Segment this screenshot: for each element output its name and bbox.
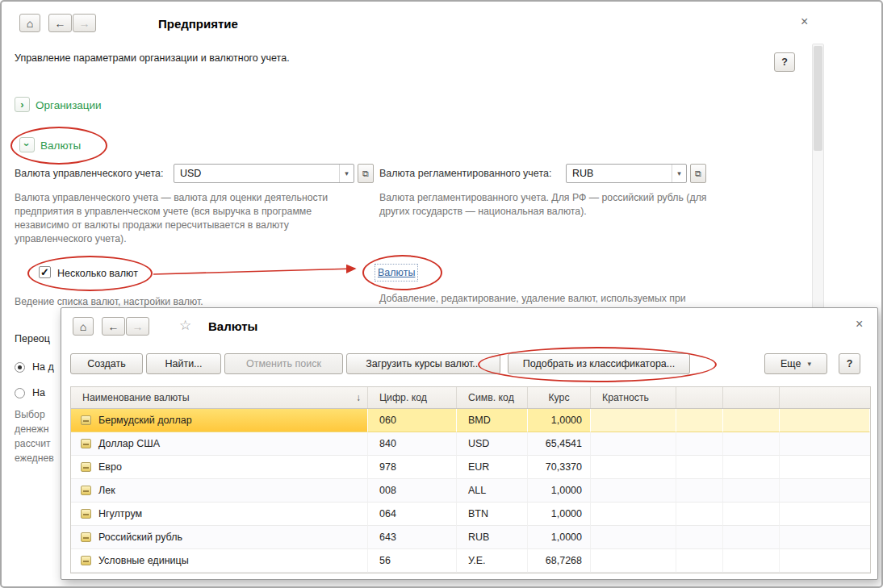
favorite-star-icon[interactable]: ☆ (179, 317, 191, 334)
table-row[interactable]: Доллар США 840 USD 65,4541 (71, 432, 870, 456)
choose-icon: ⧉ (362, 169, 369, 179)
currency-sym-code: USD (457, 432, 528, 456)
section-currencies[interactable]: Валюты (40, 140, 81, 152)
currency-icon (81, 556, 91, 565)
help-button[interactable]: ? (774, 52, 795, 72)
currency-num-code: 064 (368, 503, 457, 526)
empty-cell (780, 432, 870, 456)
organizations-expander[interactable]: › (15, 97, 30, 112)
find-button[interactable]: Найти... (146, 353, 221, 374)
cancel-search-button[interactable]: Отменить поиск (224, 353, 343, 374)
app-window: ⌂ ← → Предприятие × Управление параметра… (0, 0, 883, 588)
currencies-link[interactable]: Валюты (378, 267, 415, 278)
empty-cell (723, 456, 780, 479)
page-title: Предприятие (158, 17, 238, 31)
multi-currency-label: Несколько валют (57, 268, 138, 279)
currency-multiplicity (591, 503, 676, 526)
regulated-currency-choose-button[interactable]: ⧉ (690, 164, 706, 183)
radio-option-1[interactable] (15, 362, 25, 373)
empty-cell (676, 503, 723, 526)
header-sym-code[interactable]: Симв. код (457, 387, 528, 408)
currency-multiplicity (591, 549, 676, 573)
back-button[interactable]: ← (48, 14, 72, 32)
load-rates-button[interactable]: Загрузить курсы валют... (346, 353, 500, 374)
currency-num-code: 56 (368, 549, 457, 573)
home-button[interactable]: ⌂ (19, 14, 40, 32)
empty-cell (723, 503, 780, 526)
header-rate[interactable]: Курс (528, 387, 591, 408)
empty-cell (723, 432, 780, 456)
header-empty (780, 387, 870, 408)
empty-cell (780, 409, 870, 432)
management-currency-field[interactable]: USD ▾ (174, 164, 354, 183)
currency-rate: 1,0000 (528, 409, 591, 432)
clipped-heading: Переоц (15, 333, 50, 344)
forward-button[interactable]: → (126, 317, 149, 336)
header-name-label: Наименование валюты (82, 392, 190, 403)
currency-sym-code: RUB (457, 526, 528, 549)
currencies-expander[interactable]: › (19, 137, 35, 152)
back-button[interactable]: ← (102, 317, 125, 336)
currency-num-code: 060 (368, 409, 457, 432)
empty-cell (723, 479, 780, 503)
header-num-code[interactable]: Цифр. код (368, 387, 457, 408)
help-button[interactable]: ? (839, 353, 860, 374)
regulated-currency-field[interactable]: RUB ▾ (566, 164, 687, 183)
management-currency-choose-button[interactable]: ⧉ (358, 164, 374, 183)
currency-sym-code: У.Е. (457, 549, 528, 573)
forward-icon: → (132, 320, 144, 333)
back-icon: ← (55, 17, 66, 30)
dropdown-arrow-icon: ▾ (807, 360, 811, 368)
header-multiplicity[interactable]: Кратность (591, 387, 676, 408)
currency-name: Нгултрум (98, 508, 142, 519)
cell-name: Российский рубль (71, 526, 368, 549)
section-organizations[interactable]: Организации (36, 99, 102, 111)
radio-option-2[interactable] (15, 388, 25, 398)
forward-button[interactable]: → (73, 14, 96, 32)
currency-multiplicity (591, 432, 676, 456)
empty-cell (780, 503, 870, 526)
currency-icon (81, 509, 91, 519)
close-icon[interactable]: × (856, 318, 863, 331)
table-row[interactable]: Нгултрум 064 BTN 1,0000 (71, 503, 870, 526)
currency-name: Лек (98, 485, 115, 496)
multi-currency-checkbox[interactable]: ✓ (39, 266, 51, 278)
cell-name: Евро (71, 456, 368, 479)
check-icon: ✓ (40, 267, 49, 277)
currency-multiplicity (591, 526, 676, 549)
currency-icon (81, 486, 91, 495)
clipped-line: Выбор (15, 409, 45, 420)
currency-num-code: 643 (368, 526, 457, 549)
more-button[interactable]: Еще ▾ (764, 353, 827, 374)
empty-cell (780, 479, 870, 503)
table-row[interactable]: Евро 978 EUR 70,3370 (71, 456, 870, 479)
management-currency-value: USD (174, 165, 339, 182)
scrollbar-thumb[interactable] (814, 46, 822, 151)
chevron-right-icon: › (20, 98, 23, 111)
table-header-row: Наименование валюты ↓ Цифр. код Симв. ко… (71, 387, 870, 409)
pick-from-classifier-button[interactable]: Подобрать из классификатора... (508, 353, 690, 374)
header-name[interactable]: Наименование валюты ↓ (71, 387, 368, 408)
currency-rate: 65,4541 (528, 432, 591, 456)
clipped-line: рассчит (15, 438, 51, 449)
close-icon[interactable]: × (801, 15, 808, 28)
cell-name: Лек (71, 479, 368, 503)
forward-icon: → (79, 17, 90, 30)
table-row[interactable]: Условные единицы 56 У.Е. 68,7268 (71, 549, 870, 573)
radio-option-1-label: На д (32, 361, 54, 373)
table-row[interactable]: Бермудский доллар 060 BMD 1,0000 (71, 409, 870, 432)
home-button[interactable]: ⌂ (73, 317, 94, 336)
dropdown-arrow-icon[interactable]: ▾ (339, 165, 354, 182)
management-currency-description: Валюта управленческого учета — валюта дл… (15, 191, 368, 246)
window-title: Валюты (208, 319, 257, 333)
table-row[interactable]: Лек 008 ALL 1,0000 (71, 479, 870, 503)
choose-icon: ⧉ (695, 169, 701, 179)
table-row[interactable]: Российский рубль 643 RUB 1,0000 (71, 526, 870, 549)
home-icon: ⌂ (27, 17, 33, 30)
currency-num-code: 978 (368, 456, 457, 479)
empty-cell (780, 549, 870, 573)
create-button[interactable]: Создать (70, 353, 143, 374)
currencies-table: Наименование валюты ↓ Цифр. код Симв. ко… (70, 386, 871, 573)
dropdown-arrow-icon[interactable]: ▾ (672, 165, 686, 182)
currency-rate: 70,3370 (528, 456, 591, 479)
